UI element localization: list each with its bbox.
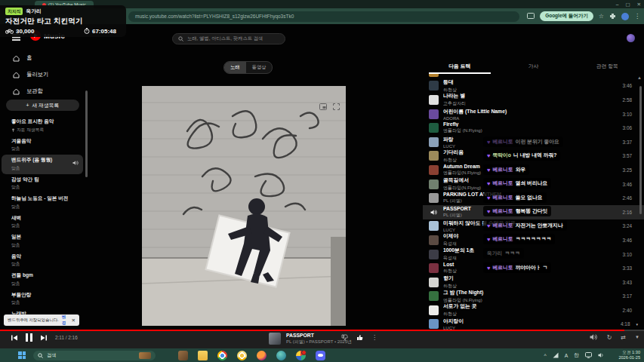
collapse-player-icon[interactable]: ▼ [635,335,639,339]
windows-start-button[interactable] [18,351,26,359]
firefox-icon[interactable] [257,351,267,360]
previous-track-button[interactable] [11,334,18,342]
sidebar-playlist-item[interactable]: 밴드위주 (욤 뭥뭥) 맞춤 [2,155,83,174]
song-duration: 3:33 [623,265,632,271]
fullscreen-icon[interactable] [333,103,340,110]
tray-chevron-icon[interactable]: ^ [544,353,546,358]
thumbs-up-icon[interactable] [356,334,363,341]
chrome-icon[interactable] [217,351,227,360]
color-wheel-app-icon[interactable] [296,351,306,360]
sidebar-nav-item[interactable]: 홈 [0,50,89,66]
taskbar-search[interactable]: 검색 [33,351,156,360]
playlist-subtitle: 맞춤 [11,242,20,249]
shuffle-icon[interactable]: ⇄ [621,334,626,341]
song-duration: 2:58 [623,97,632,103]
queue-tab[interactable]: 다음 트랙 [423,59,497,74]
sidebar-playlist-item[interactable]: 겨울음악 맞춤 [2,136,83,155]
search-input[interactable]: 노래, 앨범, 아티스트, 팟캐스트 검색 [172,33,285,44]
queue-row[interactable]: 아지랑이 LUCY 4:18 ▾ [423,318,644,330]
song-chip[interactable]: 노래 [224,62,246,73]
chat-message: ♥ 베르니토 행복똥 간다잇 [483,206,551,216]
tray-display-icon[interactable] [585,352,592,358]
queue-panel: 다음 트랙가사관련 항목 LUCY [423,47,644,330]
player-bar: 2:11 / 2:16 PASSPORT PL (피엘) • PASSPORT … [0,330,644,348]
song-title: Autumn Dream [443,164,618,169]
minimize-button[interactable]: – [616,0,619,8]
close-button[interactable]: ✕ [637,0,641,8]
queue-row[interactable]: 향기 하현상 3:43 [423,275,644,290]
ytm-profile-avatar[interactable] [627,34,635,42]
tray-volume-icon[interactable] [598,352,605,358]
sidebar-playlist-item[interactable]: 부들안랑 맞춤 [2,290,83,309]
queue-scrollbar[interactable] [639,86,642,214]
video-canvas[interactable] [142,86,346,326]
queue-row[interactable]: 1000분의 1초 육성재 3:10 [423,247,644,262]
queue-row[interactable]: 나라는 별 고추잠자리 2:58 [423,93,644,107]
video-chip[interactable]: 동영상 [246,62,273,73]
tray-network-icon[interactable] [553,352,559,358]
extensions-icon[interactable] [609,13,616,20]
browser-profile-avatar[interactable] [621,13,629,20]
sidebar-scrollbar[interactable] [85,90,88,177]
miniplayer-icon[interactable] [319,103,327,110]
bicycle-icon [5,28,14,34]
elapsed-time: 2:11 / 2:16 [55,335,78,340]
queue-row[interactable]: Firefly 엔플라잉 (N.Flying) 3:06 [423,121,644,135]
player-kebab-icon[interactable]: ⋮ [371,334,377,341]
thumbs-down-icon[interactable] [341,334,348,341]
chrome-canary-icon[interactable] [237,351,247,360]
sidebar-nav-item[interactable]: 둘러보기 [0,66,89,83]
google-signin-button[interactable]: Google에 들어가기 [540,11,593,21]
url-bar[interactable]: music.youtube.com/watch?list=PLYHSHIZ8_s… [128,11,519,22]
sidebar-playlist-item[interactable]: 새벽 맞춤 [2,213,83,232]
nav-icon [13,88,20,95]
song-title: 서로가 없는 곳 [443,302,618,310]
sidebar-playlist-item[interactable]: 좋아요 표시한 음악 자동 재생목록 [2,116,83,136]
progress-bar[interactable] [0,330,644,331]
queue-row[interactable]: Autumn Dream 엔플라잉(N.Flying) 3:25 [423,163,644,177]
taskbar-apps [178,351,325,360]
app-icon[interactable] [178,351,188,360]
sidebar-playlist-item[interactable]: 일본 맞춤 [2,232,83,251]
sidebar-nav-item[interactable]: 보관함 [0,83,89,100]
chat-text: 자전거는 안뽀개지나 [516,222,563,229]
ime-korean-indicator[interactable]: 한 [574,351,579,359]
playlist-name: 일본 [11,234,79,241]
song-artist: 엔플라잉 (N.Flying) [443,127,618,134]
next-track-button[interactable] [40,334,48,342]
row-caret-icon[interactable]: ▾ [636,322,638,327]
queue-tab[interactable]: 가사 [497,59,571,74]
taskbar-clock[interactable]: 오전 1:30 2026-01-25 [618,350,640,360]
song-duration: 3:57 [623,153,632,158]
volume-icon[interactable] [590,333,598,341]
cast-icon[interactable] [527,13,535,20]
queue-row[interactable]: 서로가 없는 곳 하현상 2:40 [423,303,644,318]
playlist-name: 새벽 [11,215,79,222]
sidebar-playlist-item[interactable]: 음악 맞춤 [2,251,83,271]
toast-change-link[interactable]: 변경 [62,314,69,327]
file-explorer-icon[interactable] [198,351,208,360]
maximize-button[interactable]: ▢ [625,0,630,8]
purple-heart-icon: ♥ [487,167,490,173]
queue-row[interactable]: 그 밤 (The Night) 엔플라잉 (N.Flying) 3:17 [423,290,644,304]
sidebar-playlist-item[interactable]: 켠들 bgm 맞춤 [2,270,83,290]
browser-globe-icon[interactable] [276,351,286,360]
queue-row[interactable]: 어린이름 (The Little Name) ADORA 3:10 [423,107,644,121]
toast-close-icon[interactable]: ✕ [72,318,75,324]
browser-menu-kebab-icon[interactable]: ⋮ [634,11,640,22]
bookmark-star-icon[interactable]: ☆ [599,11,604,22]
queue-tab[interactable]: 관련 항목 [570,59,644,74]
queue-scroll-up-arrow[interactable]: ▲ [637,75,642,80]
toast-message: 밴드위주에 저장되었습니다. [8,318,59,323]
ime-english-indicator[interactable]: A [565,353,569,358]
playlist-name: 밴드위주 (욤 뭥뭥) [11,157,79,164]
chat-text: 이런 분위기 좋아요 [516,138,559,146]
sidebar-playlist-item[interactable]: 하늘님 노동요 - 일본 버전 맞춤 [2,193,83,213]
discord-icon[interactable] [316,351,325,360]
pause-button[interactable] [26,333,32,342]
repeat-icon[interactable]: ↻ [607,334,612,341]
song-thumbnail [429,319,439,329]
queue-row[interactable]: 등대 하현상 3:46 [423,79,644,94]
sidebar-playlist-item[interactable]: 감성 약간 팀 맞춤 [2,174,83,194]
new-playlist-button[interactable]: + 새 재생목록 [6,100,79,111]
